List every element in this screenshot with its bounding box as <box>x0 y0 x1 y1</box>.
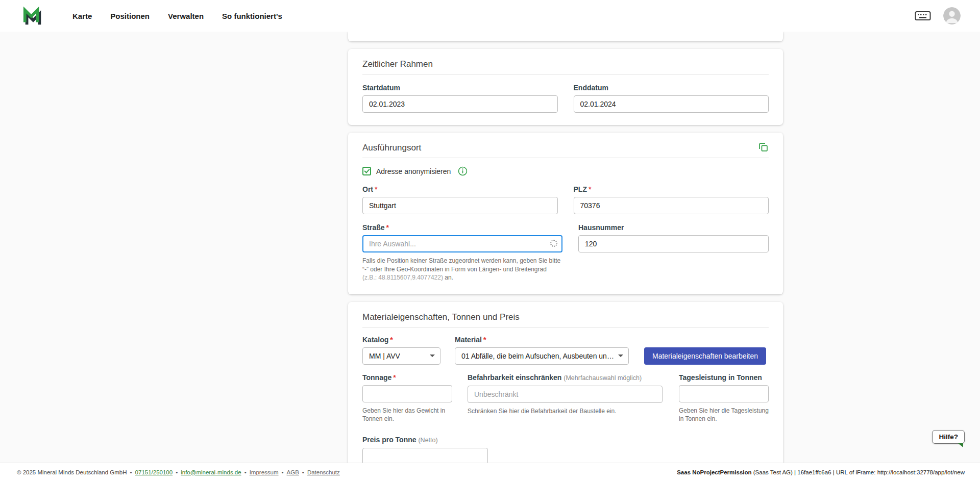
info-icon[interactable] <box>458 166 468 176</box>
material-title: Materialeigenschaften, Tonnen und Preis <box>362 312 769 322</box>
required-marker: * <box>390 336 393 344</box>
separator <box>299 469 307 475</box>
nav-item-karte[interactable]: Karte <box>72 12 92 20</box>
tagesleistung-label: Tagesleistung in Tonnen <box>679 373 769 382</box>
separator <box>127 469 135 475</box>
material-field: Material* 01 Abfälle, die beim Aufsuchen… <box>455 336 629 365</box>
tagesleistung-input[interactable] <box>679 385 769 402</box>
hausnummer-field: Hausnummer <box>578 223 769 282</box>
material-card: Materialeigenschaften, Tonnen und Preis … <box>348 302 783 477</box>
hausnummer-label: Hausnummer <box>578 223 769 232</box>
hausnummer-input[interactable] <box>578 235 769 252</box>
title-divider <box>362 74 769 74</box>
tonnage-input[interactable] <box>362 385 452 402</box>
enddatum-input[interactable] <box>574 95 769 113</box>
plz-label: PLZ* <box>574 185 769 194</box>
strasse-label: Straße* <box>362 223 562 232</box>
required-marker: * <box>386 223 389 232</box>
avatar[interactable] <box>943 7 961 24</box>
plz-field: PLZ* <box>574 185 769 214</box>
navbar: Karte Positionen Verwalten So funktionie… <box>0 0 980 32</box>
help-button-label: Hilfe? <box>939 433 958 441</box>
separator <box>241 469 250 475</box>
tagesleistung-field: Tagesleistung in Tonnen Geben Sie hier d… <box>679 373 769 423</box>
katalog-select-value: MM | AVV <box>369 352 400 360</box>
footer-datenschutz-link[interactable]: Datenschutz <box>307 469 340 475</box>
plz-input[interactable] <box>574 197 769 214</box>
katalog-select[interactable]: MM | AVV <box>362 347 440 365</box>
title-divider <box>362 158 769 158</box>
anonymize-row: Adresse anonymisieren <box>362 166 769 176</box>
help-button[interactable]: Hilfe? <box>932 430 965 444</box>
befahrbarkeit-label-text: Befahrbarkeit einschränken <box>468 373 561 382</box>
preis-label-text: Preis pro Tonne <box>362 436 416 444</box>
enddatum-label: Enddatum <box>574 84 769 92</box>
keyboard-icon[interactable] <box>915 10 931 21</box>
enddatum-field: Enddatum <box>574 84 769 113</box>
footer-impressum-link[interactable]: Impressum <box>250 469 279 475</box>
lot-form: Zeitlicher Rahmen Startdatum Enddatum Au… <box>348 32 783 481</box>
befahrbarkeit-field: Befahrbarkeit einschränken (Mehrfachausw… <box>468 373 663 416</box>
footer-phone-link[interactable]: 07151/250100 <box>135 469 173 475</box>
required-marker: * <box>393 373 396 382</box>
preis-hint: (Netto) <box>418 437 437 444</box>
footer-email-link[interactable]: info@mineral-minds.de <box>181 469 241 475</box>
required-marker: * <box>589 185 591 193</box>
chevron-down-icon <box>618 355 623 357</box>
strasse-helper-end: an. <box>443 274 453 281</box>
material-select[interactable]: 01 Abfälle, die beim Aufsuchen, Ausbeute… <box>455 347 629 365</box>
separator <box>279 469 287 475</box>
preis-field: Preis pro Tonne (Netto) <box>362 436 769 465</box>
copy-icon[interactable] <box>758 142 769 153</box>
required-marker: * <box>375 185 377 193</box>
anonymize-checkbox[interactable] <box>362 167 371 175</box>
mineral-minds-logo-icon <box>22 5 44 27</box>
footer-env-details: (Saas Test AG) | 16fae1ffc6a6 | URL of i… <box>752 469 965 475</box>
material-select-value: 01 Abfälle, die beim Aufsuchen, Ausbeute… <box>461 352 614 360</box>
footer: © 2025 Mineral Minds Deutschland GmbH 07… <box>0 463 980 481</box>
strasse-field: Straße* Falls die Position keiner Straße… <box>362 223 562 282</box>
footer-agb-link[interactable]: AGB <box>287 469 299 475</box>
startdatum-input[interactable] <box>362 95 558 113</box>
strasse-helper-example: (z.B.: 48.8115607,9.4077422) <box>362 274 443 281</box>
katalog-field: Katalog* MM | AVV <box>362 336 440 365</box>
previous-card-partial <box>348 32 783 41</box>
katalog-label-text: Katalog <box>362 336 388 344</box>
loading-spinner-icon <box>550 240 557 247</box>
ort-label-text: Ort <box>362 185 373 193</box>
footer-left: © 2025 Mineral Minds Deutschland GmbH 07… <box>17 469 340 475</box>
befahrbarkeit-helper-text: Schränken Sie hier die Befahrbarkeit der… <box>468 407 663 416</box>
tonnage-helper-text: Geben Sie hier das Gewicht in Tonnen ein… <box>362 407 452 423</box>
strasse-helper-main: Falls die Position keiner Straße zugeord… <box>362 257 560 273</box>
strasse-input[interactable] <box>362 235 562 252</box>
nav-item-verwalten[interactable]: Verwalten <box>168 12 204 20</box>
nav-item-positionen[interactable]: Positionen <box>110 12 150 20</box>
nav-item-so-funktionierts[interactable]: So funktioniert's <box>222 12 282 20</box>
logo[interactable] <box>22 5 44 27</box>
footer-env-info: Saas NoProjectPermission (Saas Test AG) … <box>677 469 965 475</box>
tagesleistung-helper-text: Geben Sie hier die Tagesleistung in Tonn… <box>679 407 769 423</box>
edit-material-properties-button[interactable]: Materialeigenschaften bearbeiten <box>644 347 766 365</box>
chevron-down-icon <box>430 355 435 357</box>
location-card: Ausführungsort Adresse anonymisieren <box>348 133 783 294</box>
ort-field: Ort* <box>362 185 558 214</box>
material-label: Material* <box>455 336 629 344</box>
required-marker: * <box>483 336 486 344</box>
startdatum-field: Startdatum <box>362 84 558 113</box>
material-label-text: Material <box>455 336 482 344</box>
tonnage-label: Tonnage* <box>362 373 452 382</box>
anonymize-label[interactable]: Adresse anonymisieren <box>376 167 451 175</box>
time-frame-card: Zeitlicher Rahmen Startdatum Enddatum <box>348 49 783 125</box>
befahrbarkeit-label: Befahrbarkeit einschränken (Mehrfachausw… <box>468 373 663 383</box>
preis-label: Preis pro Tonne (Netto) <box>362 436 769 445</box>
time-frame-title: Zeitlicher Rahmen <box>362 59 769 69</box>
separator <box>173 469 181 475</box>
tonnage-field: Tonnage* Geben Sie hier das Gewicht in T… <box>362 373 452 423</box>
startdatum-label: Startdatum <box>362 84 558 92</box>
tonnage-label-text: Tonnage <box>362 373 391 382</box>
nav-links: Karte Positionen Verwalten So funktionie… <box>72 12 282 20</box>
strasse-helper-text: Falls die Position keiner Straße zugeord… <box>362 257 562 282</box>
ort-input[interactable] <box>362 197 558 214</box>
title-divider <box>362 327 769 327</box>
befahrbarkeit-input[interactable] <box>468 386 663 403</box>
